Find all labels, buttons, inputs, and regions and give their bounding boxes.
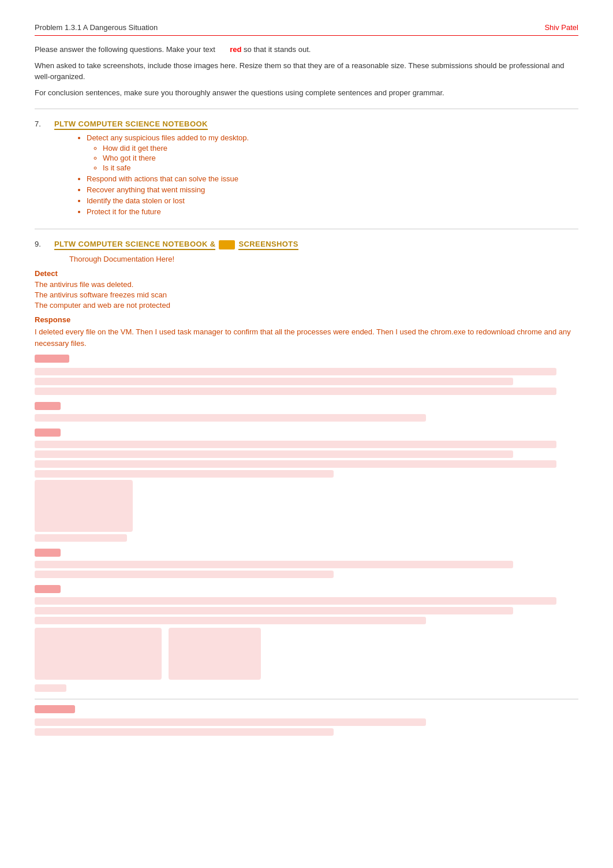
- orange-highlight: [219, 240, 235, 249]
- blurred-line: [35, 534, 127, 542]
- list-item: Who got it there: [103, 154, 249, 162]
- list-item: Identify the data stolen or lost: [87, 196, 249, 205]
- instruction-line1: Please answer the following questions. M…: [35, 44, 578, 55]
- section-9-label-post: SCREENSHOTS: [238, 240, 298, 250]
- blurred-images-row: [35, 628, 578, 682]
- blurred-line: [35, 460, 556, 468]
- list-item: How did it get there: [103, 144, 249, 152]
- blurred-image: [35, 628, 162, 680]
- blurred-line: [35, 441, 556, 448]
- blurred-line: [35, 718, 426, 726]
- section-7-content: Detect any suspicious files added to my …: [69, 133, 249, 216]
- blurred-group-bottom: [35, 705, 578, 736]
- blurred-line: [35, 368, 556, 375]
- instructions-block: Please answer the following questions. M…: [35, 44, 578, 98]
- blurred-group-2: [35, 402, 578, 422]
- sub-list: How did it get there Who got it there Is…: [103, 144, 249, 172]
- blurred-line: [35, 617, 426, 624]
- divider-bottom: [35, 699, 578, 699]
- section-9-number: 9.: [35, 240, 45, 248]
- page-title: Problem 1.3.1 A Dangerous Situation: [35, 23, 158, 32]
- blurred-line: [35, 571, 334, 578]
- blurred-label: [35, 355, 69, 363]
- section-9-label-pre: PLTW COMPUTER SCIENCE NOTEBOOK &: [54, 240, 215, 250]
- blurred-group-1: [35, 355, 578, 395]
- thorough-text: Thorough Documentation Here!: [69, 255, 298, 263]
- blurred-image: [35, 480, 133, 532]
- response-text: I deleted every file on the VM. Then I u…: [35, 326, 578, 349]
- list-item: Is it safe: [103, 163, 249, 172]
- blurred-group-5: [35, 585, 578, 692]
- blurred-image: [169, 628, 261, 680]
- blurred-sub-label: [35, 429, 61, 437]
- detect-item-2: The antivirus software freezes mid scan: [35, 290, 578, 299]
- list-item: Protect it for the future: [87, 207, 249, 216]
- blurred-line: [35, 607, 513, 614]
- blurred-sub-label: [35, 402, 61, 410]
- blurred-sub-label: [35, 549, 61, 557]
- blurred-line: [35, 414, 426, 422]
- detect-label: Detect: [35, 269, 578, 278]
- section-9: 9. PLTW COMPUTER SCIENCE NOTEBOOK & SCRE…: [35, 240, 578, 263]
- blurred-sub-label: [35, 585, 61, 593]
- section-9-header: PLTW COMPUTER SCIENCE NOTEBOOK & SCREENS…: [54, 240, 298, 250]
- section-7-number: 7.: [35, 120, 45, 128]
- header: Problem 1.3.1 A Dangerous Situation Shiv…: [35, 23, 578, 36]
- blurred-line: [35, 561, 513, 568]
- list-item: Detect any suspicious files added to my …: [87, 133, 249, 172]
- blurred-label: [35, 705, 75, 713]
- instruction-line3: For conclusion sentences, make sure you …: [35, 87, 578, 99]
- blurred-line: [35, 597, 556, 605]
- blurred-line: [35, 378, 513, 385]
- blurred-content: [35, 355, 578, 736]
- blurred-caption: [35, 480, 578, 532]
- list-item: Recover anything that went missing: [87, 185, 249, 194]
- list-item: Respond with actions that can solve the …: [87, 174, 249, 183]
- detect-section: Detect The antivirus file was deleted. T…: [35, 269, 578, 310]
- response-section: Response I deleted every file on the VM.…: [35, 315, 578, 349]
- detect-item-3: The computer and web are not protected: [35, 301, 578, 310]
- detect-item-1: The antivirus file was deleted.: [35, 280, 578, 289]
- blurred-line: [35, 470, 334, 478]
- blurred-group-3: [35, 429, 578, 542]
- instruction-line2: When asked to take screenshots, include …: [35, 60, 578, 83]
- divider-2: [35, 229, 578, 229]
- blurred-line: [35, 728, 334, 736]
- blurred-line: [35, 684, 66, 692]
- red-text: red: [230, 45, 241, 54]
- blurred-line: [35, 450, 513, 458]
- blurred-line: [35, 388, 556, 395]
- divider-1: [35, 109, 578, 109]
- section-7-list: Detect any suspicious files added to my …: [87, 133, 249, 216]
- section-7: 7. PLTW COMPUTER SCIENCE NOTEBOOK Detect…: [35, 120, 578, 218]
- section-7-label: PLTW COMPUTER SCIENCE NOTEBOOK: [54, 120, 208, 130]
- blurred-group-4: [35, 549, 578, 578]
- response-label: Response: [35, 315, 578, 324]
- author-name: Shiv Patel: [544, 23, 578, 32]
